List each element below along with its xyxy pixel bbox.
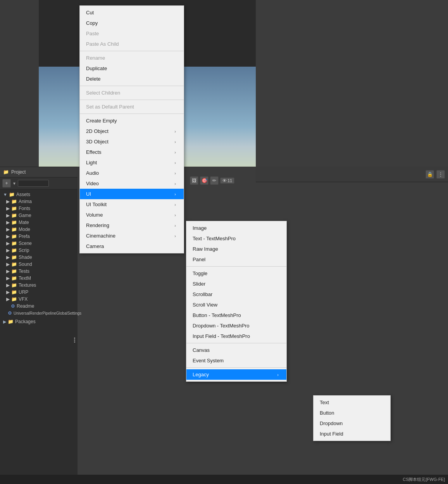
menu-item-effects[interactable]: Effects › bbox=[80, 147, 184, 157]
context-menu: Cut Copy Paste Paste As Child Rename Dup… bbox=[79, 5, 184, 253]
folder-name: TextM bbox=[19, 276, 31, 281]
tree-item[interactable]: ▶ 📁 Sound bbox=[0, 261, 78, 268]
menu-item-3d-object[interactable]: 3D Object › bbox=[80, 136, 184, 147]
menu-item-audio[interactable]: Audio › bbox=[80, 168, 184, 178]
legacy-item-text[interactable]: Text bbox=[314, 397, 390, 408]
tree-item[interactable]: ▶ 📁 Mode bbox=[0, 226, 78, 233]
add-button[interactable]: + bbox=[2, 179, 11, 188]
canvas-label: Canvas bbox=[193, 347, 210, 353]
folder-icon8: 📁 bbox=[11, 241, 17, 246]
menu-item-light[interactable]: Light › bbox=[80, 157, 184, 168]
rename-label: Rename bbox=[86, 55, 105, 61]
tree-item[interactable]: ▶ 📁 Game bbox=[0, 212, 78, 219]
menu-item-volume[interactable]: Volume › bbox=[80, 210, 184, 220]
menu-item-rendering[interactable]: Rendering › bbox=[80, 220, 184, 231]
submenu-item-scroll-view[interactable]: Scroll View bbox=[186, 300, 286, 310]
menu-item-2d-object[interactable]: 2D Object › bbox=[80, 126, 184, 136]
submenu-arrow: › bbox=[174, 129, 176, 134]
tree-item[interactable]: ▶ 📁 URP bbox=[0, 289, 78, 296]
expand-arrow: ▶ bbox=[6, 220, 10, 225]
camera-label: Camera bbox=[86, 243, 104, 249]
menu-item-ui[interactable]: UI › bbox=[80, 189, 184, 199]
tree-item[interactable]: ▶ 📁 Mate bbox=[0, 219, 78, 226]
more-button[interactable]: ⋮ bbox=[436, 170, 445, 179]
menu-item-paste[interactable]: Paste bbox=[80, 28, 184, 39]
submenu-item-dropdown-tmeshpro[interactable]: Dropdown - TextMeshPro bbox=[186, 320, 286, 331]
light-label: Light bbox=[86, 160, 97, 165]
packages-folder[interactable]: ▶ 📁 Packages bbox=[0, 318, 78, 325]
submenu-item-legacy[interactable]: Legacy › bbox=[186, 369, 286, 380]
submenu-item-toggle[interactable]: Toggle bbox=[186, 268, 286, 279]
menu-item-create-empty[interactable]: Create Empty bbox=[80, 115, 184, 126]
menu-item-delete[interactable]: Delete bbox=[80, 74, 184, 84]
slider-label: Slider bbox=[193, 281, 205, 287]
panel-label: Panel bbox=[193, 257, 205, 262]
menu-item-duplicate[interactable]: Duplicate bbox=[80, 63, 184, 74]
paste-label: Paste bbox=[86, 31, 99, 36]
lock-button[interactable]: 🔒 bbox=[426, 170, 434, 179]
2d-object-label: 2D Object bbox=[86, 128, 109, 134]
file-name: Readme bbox=[17, 303, 34, 309]
tree-item[interactable]: ▶ 📁 Scene bbox=[0, 240, 78, 247]
search-input[interactable] bbox=[18, 180, 49, 187]
project-panel: 📁 Project + ▼ ▼ 📁 Assets ▶ 📁 Anima ▶ 📁 F… bbox=[0, 167, 78, 484]
folder-icon13: 📁 bbox=[11, 276, 17, 281]
separator4 bbox=[80, 114, 184, 114]
submenu-item-button-tmeshpro[interactable]: Button - TextMeshPro bbox=[186, 310, 286, 320]
folder-name: Game bbox=[19, 213, 31, 218]
image-tool-button[interactable]: 🖼 bbox=[190, 176, 198, 185]
tree-item[interactable]: ▶ 📁 VFX bbox=[0, 296, 78, 303]
tree-item[interactable]: ▶ 📁 Shade bbox=[0, 254, 78, 261]
tree-item[interactable]: ▶ 📁 Anima bbox=[0, 198, 78, 205]
submenu-item-panel[interactable]: Panel bbox=[186, 254, 286, 265]
tree-item[interactable]: ▶ 📁 Tests bbox=[0, 268, 78, 275]
ui-separator2 bbox=[186, 343, 286, 343]
tree-item[interactable]: ▶ 📁 TextM bbox=[0, 275, 78, 282]
menu-item-copy[interactable]: Copy bbox=[80, 18, 184, 28]
assets-folder[interactable]: ▼ 📁 Assets bbox=[0, 191, 78, 198]
cut-label: Cut bbox=[86, 10, 94, 16]
menu-item-cinemachine[interactable]: Cinemachine › bbox=[80, 231, 184, 241]
expand-arrow: ▶ bbox=[6, 241, 10, 246]
layer-badge[interactable]: 👁 11 bbox=[220, 177, 234, 184]
effects-label: Effects bbox=[86, 149, 102, 155]
submenu-item-event-system[interactable]: Event System bbox=[186, 355, 286, 366]
menu-item-select-children[interactable]: Select Children bbox=[80, 88, 184, 98]
folder-name: Scrip bbox=[19, 248, 29, 253]
legacy-item-button[interactable]: Button bbox=[314, 408, 390, 418]
layer-count: 11 bbox=[227, 178, 232, 183]
tree-item[interactable]: ▶ 📁 Textures bbox=[0, 282, 78, 289]
submenu-item-raw-image[interactable]: Raw Image bbox=[186, 244, 286, 254]
dropdown-arrow[interactable]: ▼ bbox=[12, 181, 16, 186]
submenu-arrow: › bbox=[174, 150, 176, 155]
folder-name: URP bbox=[19, 289, 28, 295]
menu-item-ui-toolkit[interactable]: UI Toolkit › bbox=[80, 199, 184, 210]
submenu-item-canvas[interactable]: Canvas bbox=[186, 345, 286, 355]
menu-item-set-default-parent[interactable]: Set as Default Parent bbox=[80, 102, 184, 112]
submenu-item-slider[interactable]: Slider bbox=[186, 279, 286, 289]
copy-label: Copy bbox=[86, 20, 98, 26]
tree-item[interactable]: ▶ 📁 Scrip bbox=[0, 247, 78, 254]
tree-item[interactable]: ▶ 📁 Fonts bbox=[0, 205, 78, 212]
legacy-item-input-field[interactable]: Input Field bbox=[314, 429, 390, 439]
folder-name: Sound bbox=[19, 262, 32, 267]
panel-menu-button[interactable] bbox=[74, 338, 75, 343]
expand-arrow: ▶ bbox=[6, 289, 10, 295]
target-tool-button[interactable]: 🎯 bbox=[200, 176, 208, 185]
submenu-ui: Image Text - TextMeshPro Raw Image Panel… bbox=[186, 221, 287, 382]
tree-item[interactable]: ⚙ UniversalRenderPipelineGlobalSettings bbox=[0, 310, 78, 317]
menu-item-video[interactable]: Video › bbox=[80, 178, 184, 189]
edit-tool-button[interactable]: ✏ bbox=[210, 176, 219, 185]
tree-item[interactable]: ▶ 📁 Prefa bbox=[0, 233, 78, 240]
submenu-item-scrollbar[interactable]: Scrollbar bbox=[186, 289, 286, 300]
submenu-item-image[interactable]: Image bbox=[186, 223, 286, 233]
submenu-item-inputfield-tmeshpro[interactable]: Input Field - TextMeshPro bbox=[186, 331, 286, 341]
menu-item-paste-as-child[interactable]: Paste As Child bbox=[80, 39, 184, 49]
menu-item-cut[interactable]: Cut bbox=[80, 7, 184, 18]
legacy-item-dropdown[interactable]: Dropdown bbox=[314, 418, 390, 429]
folder-name: Mate bbox=[19, 220, 29, 225]
menu-item-camera[interactable]: Camera bbox=[80, 241, 184, 251]
tree-item[interactable]: ⚙ Readme bbox=[0, 303, 78, 310]
submenu-item-text-tmeshpro[interactable]: Text - TextMeshPro bbox=[186, 233, 286, 244]
menu-item-rename[interactable]: Rename bbox=[80, 53, 184, 63]
